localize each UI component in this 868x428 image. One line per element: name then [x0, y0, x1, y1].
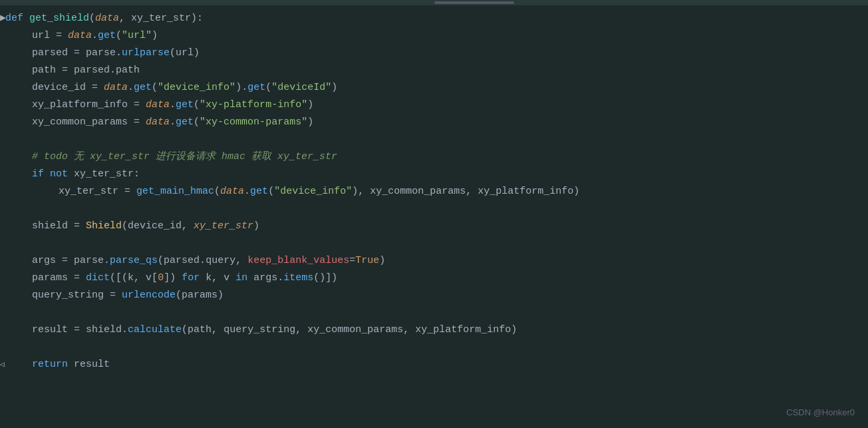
code-lines: ▶ def get_shield(data, xy_ter_str): url …: [0, 11, 868, 374]
code-line-14: [0, 236, 868, 253]
scrollbar-thumb: [434, 1, 514, 4]
line-arrow-1: ▶: [0, 11, 5, 27]
code-line-1: ▶ def get_shield(data, xy_ter_str):: [0, 11, 868, 28]
code-line-5: device_id = data.get("device_info").get(…: [0, 80, 868, 97]
code-line-21: ◁ return result: [0, 357, 868, 374]
scrollbar-top[interactable]: [0, 0, 868, 5]
code-line-9: # todo 无 xy_ter_str 进行设备请求 hmac 获取 xy_te…: [0, 149, 868, 166]
code-line-20: [0, 339, 868, 357]
code-line-18: [0, 305, 868, 322]
code-line-10: if not xy_ter_str:: [0, 166, 868, 184]
code-line-11: xy_ter_str = get_main_hmac(data.get("dev…: [0, 184, 868, 201]
code-line-3: parsed = parse.urlparse(url): [0, 45, 868, 63]
code-line-2: url = data.get("url"): [0, 28, 868, 45]
code-line-16: params = dict([(k, v[0]) for k, v in arg…: [0, 270, 868, 288]
code-line-4: path = parsed.path: [0, 63, 868, 80]
code-editor: ▶ def get_shield(data, xy_ter_str): url …: [0, 0, 868, 428]
code-line-12: [0, 201, 868, 218]
watermark: CSDN @Honker0: [786, 406, 855, 420]
code-line-15: args = parse.parse_qs(parsed.query, keep…: [0, 253, 868, 270]
code-line-13: shield = Shield(device_id, xy_ter_str): [0, 218, 868, 236]
code-line-8: [0, 132, 868, 149]
code-line-7: xy_common_params = data.get("xy-common-p…: [0, 114, 868, 132]
code-line-6: xy_platform_info = data.get("xy-platform…: [0, 97, 868, 114]
code-line-19: result = shield.calculate(path, query_st…: [0, 322, 868, 339]
code-line-17: query_string = urlencode(params): [0, 288, 868, 305]
